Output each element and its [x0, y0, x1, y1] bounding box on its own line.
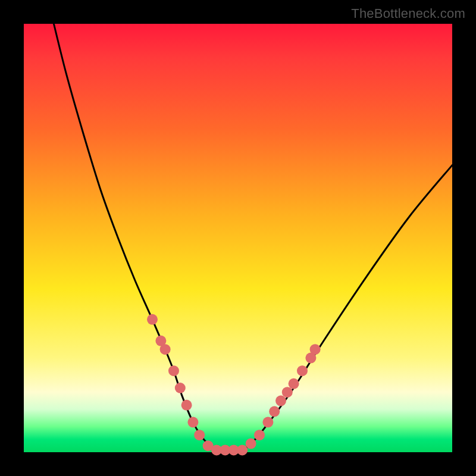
data-marker — [147, 314, 158, 325]
data-marker — [237, 444, 248, 455]
data-marker — [246, 439, 256, 449]
watermark-text: TheBottleneck.com — [351, 6, 465, 21]
data-marker — [297, 365, 308, 376]
data-marker — [160, 344, 171, 355]
data-marker — [181, 400, 192, 411]
data-marker — [275, 396, 286, 406]
data-marker — [175, 383, 186, 393]
data-marker — [262, 417, 273, 428]
data-marker — [254, 430, 265, 440]
data-marker — [168, 365, 179, 376]
data-marker — [187, 417, 198, 428]
chart-frame: TheBottleneck.com — [0, 0, 476, 476]
marker-group — [147, 314, 321, 456]
bottleneck-curve — [54, 24, 452, 451]
data-marker — [289, 378, 299, 389]
plot-area — [24, 24, 452, 452]
curve-svg — [24, 24, 452, 452]
data-marker — [282, 387, 293, 397]
data-marker — [310, 344, 321, 355]
data-marker — [269, 406, 280, 417]
data-marker — [194, 430, 205, 440]
